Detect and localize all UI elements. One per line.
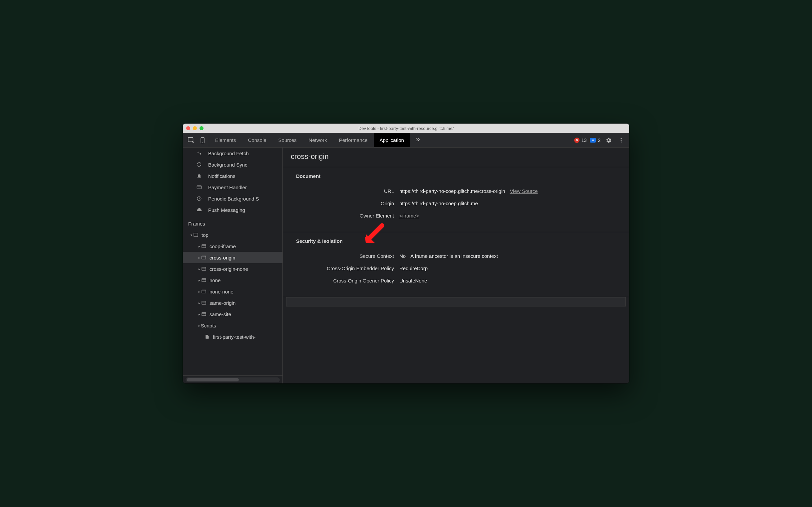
svg-rect-13 xyxy=(202,256,206,259)
coep-label: Cross-Origin Embedder Policy xyxy=(291,266,394,271)
sidebar-item-label: Background Fetch xyxy=(208,151,249,156)
svg-point-4 xyxy=(621,139,622,140)
tab-application[interactable]: Application xyxy=(374,133,410,147)
tab-performance[interactable]: Performance xyxy=(333,133,374,147)
frame-label: first-party-test-with- xyxy=(213,334,255,340)
bell-icon xyxy=(196,173,202,179)
frame-tree-item-cross-origin[interactable]: cross-origin xyxy=(183,252,282,263)
sidebar-item-label: Background Sync xyxy=(208,162,247,168)
tab-sources[interactable]: Sources xyxy=(273,133,303,147)
svg-rect-21 xyxy=(202,301,206,304)
svg-rect-9 xyxy=(194,233,198,237)
frame-tree-leaf-script[interactable]: first-party-test-with- xyxy=(183,331,282,342)
frame-tree-item-same-origin[interactable]: same-origin xyxy=(183,297,282,308)
secure-context-label: Secure Context xyxy=(291,253,394,259)
secure-context-note: A frame ancestor is an insecure context xyxy=(410,253,498,259)
frame-tree-item-coop-iframe[interactable]: coop-iframe xyxy=(183,240,282,252)
frame-tree-root[interactable]: top xyxy=(183,229,282,240)
application-sidebar: Background Fetch Background Sync Notific… xyxy=(183,148,283,383)
owner-element-label: Owner Element xyxy=(291,213,394,219)
frame-label: none-none xyxy=(210,289,233,294)
frame-label: none xyxy=(210,278,221,283)
devtools-window: DevTools - first-party-test-with-resourc… xyxy=(183,124,629,383)
frame-tree-item-same-site[interactable]: same-site xyxy=(183,308,282,320)
inspect-element-icon[interactable] xyxy=(187,136,195,144)
error-dot-icon: ✕ xyxy=(574,137,580,143)
chevrons-right-icon xyxy=(415,136,421,144)
disclosure-triangle-icon xyxy=(189,233,193,237)
svg-rect-6 xyxy=(197,185,201,188)
coep-value: RequireCorp xyxy=(399,266,428,271)
frame-tree-item-cross-origin-none[interactable]: cross-origin-none xyxy=(183,263,282,275)
tab-overflow[interactable] xyxy=(410,133,425,147)
messages-badge[interactable]: ≡ 2 xyxy=(590,137,600,143)
view-source-link[interactable]: View Source xyxy=(510,188,538,194)
sidebar-item-label: Notifications xyxy=(208,173,235,179)
sidebar-item-periodic-background-sync[interactable]: Periodic Background S xyxy=(183,193,282,204)
sidebar-item-label: Push Messaging xyxy=(208,207,245,213)
svg-rect-17 xyxy=(202,279,206,281)
errors-count: 13 xyxy=(582,137,587,143)
device-toolbar-icon[interactable] xyxy=(199,136,206,144)
svg-rect-23 xyxy=(202,313,206,316)
disclosure-triangle-icon xyxy=(197,313,201,316)
disclosure-triangle-icon xyxy=(197,324,201,328)
panel-footer-bar xyxy=(286,297,626,306)
sidebar-item-label: Payment Handler xyxy=(208,184,247,190)
bg-sync-icon xyxy=(196,162,202,168)
frame-icon xyxy=(201,243,207,249)
svg-rect-15 xyxy=(202,267,206,270)
message-dot-icon: ≡ xyxy=(590,138,596,143)
more-menu-button[interactable] xyxy=(617,135,626,145)
toolbar: Elements Console Sources Network Perform… xyxy=(183,133,629,148)
sidebar-item-background-sync[interactable]: Background Sync xyxy=(183,159,282,170)
svg-point-3 xyxy=(621,138,622,139)
frame-label: Scripts xyxy=(201,323,216,329)
disclosure-triangle-icon xyxy=(197,244,201,248)
url-label: URL xyxy=(291,188,394,194)
frame-tree-item-none-none[interactable]: none-none xyxy=(183,286,282,297)
cloud-icon xyxy=(196,207,202,213)
frame-label: same-site xyxy=(210,312,231,317)
disclosure-triangle-icon xyxy=(197,267,201,271)
svg-rect-19 xyxy=(202,290,206,293)
sidebar-item-background-fetch[interactable]: Background Fetch xyxy=(183,148,282,159)
frame-label: top xyxy=(201,232,209,238)
sidebar-item-push-messaging[interactable]: Push Messaging xyxy=(183,204,282,216)
frame-label: same-origin xyxy=(210,300,235,306)
panel-tabs: Elements Console Sources Network Perform… xyxy=(209,133,571,147)
frame-icon xyxy=(201,288,207,294)
svg-rect-11 xyxy=(202,244,206,247)
settings-button[interactable] xyxy=(604,135,613,145)
frame-label: cross-origin-none xyxy=(210,266,248,272)
frame-icon xyxy=(201,266,207,272)
frame-icon xyxy=(201,300,207,306)
secure-context-value: No xyxy=(399,253,406,259)
background-services-list: Background Fetch Background Sync Notific… xyxy=(183,148,282,216)
frames-heading: Frames xyxy=(183,216,282,229)
frame-tree-item-scripts[interactable]: Scripts xyxy=(183,320,282,331)
frame-label: cross-origin xyxy=(210,255,235,261)
tab-console[interactable]: Console xyxy=(242,133,273,147)
coop-label: Cross-Origin Opener Policy xyxy=(291,278,394,283)
svg-point-5 xyxy=(621,141,622,142)
titlebar: DevTools - first-party-test-with-resourc… xyxy=(183,124,629,133)
coop-value: UnsafeNone xyxy=(399,278,427,283)
tab-elements[interactable]: Elements xyxy=(209,133,242,147)
frame-tree-item-none[interactable]: none xyxy=(183,275,282,286)
tab-network[interactable]: Network xyxy=(303,133,333,147)
errors-badge[interactable]: ✕ 13 xyxy=(574,137,587,143)
origin-label: Origin xyxy=(291,201,394,206)
window-title: DevTools - first-party-test-with-resourc… xyxy=(183,126,629,131)
frame-icon xyxy=(201,277,207,283)
sidebar-item-payment-handler[interactable]: Payment Handler xyxy=(183,181,282,193)
origin-value: https://third-party-no-coep.glitch.me xyxy=(399,201,478,206)
frame-label: coop-iframe xyxy=(210,243,236,249)
owner-element-link[interactable]: <iframe> xyxy=(399,213,419,219)
sidebar-horizontal-scrollbar[interactable] xyxy=(183,376,282,383)
disclosure-triangle-icon xyxy=(197,290,201,293)
sidebar-item-notifications[interactable]: Notifications xyxy=(183,170,282,181)
clock-icon xyxy=(196,195,202,202)
section-heading: Document xyxy=(283,173,629,185)
security-isolation-section: Security & Isolation Secure Context No A… xyxy=(283,232,629,297)
